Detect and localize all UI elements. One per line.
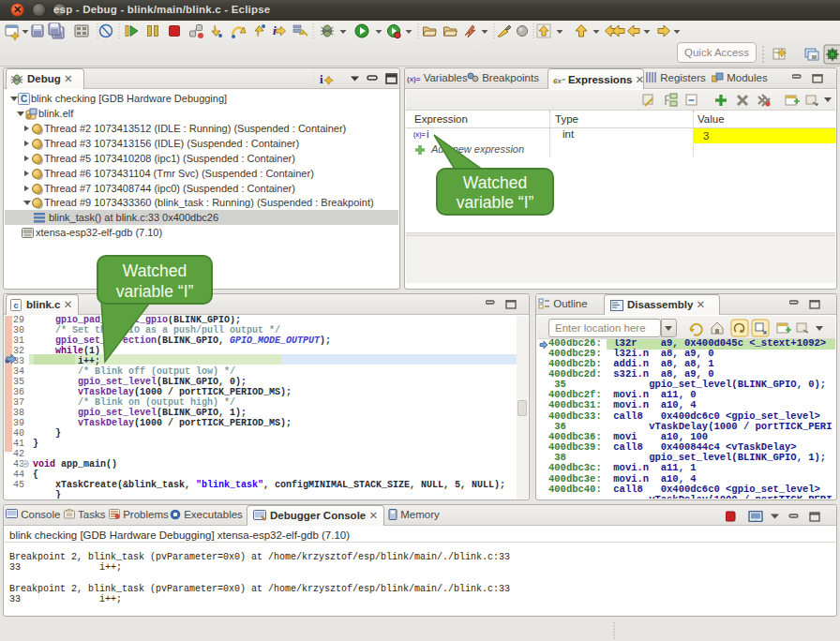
svg-text:i: i (320, 72, 323, 86)
svg-text:c: c (13, 301, 18, 310)
svg-text:C: C (21, 94, 27, 104)
